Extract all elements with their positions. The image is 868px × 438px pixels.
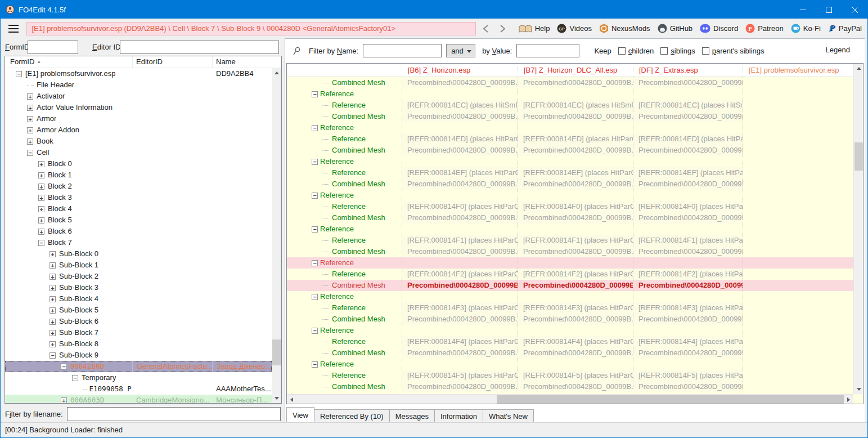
conflict-value-cell[interactable] — [743, 325, 853, 336]
expand-icon[interactable]: + — [50, 319, 56, 325]
expand-icon[interactable]: + — [50, 285, 56, 291]
conflict-row[interactable]: −Reference — [287, 224, 853, 235]
tree-row[interactable]: +Armor Addon — [5, 124, 272, 136]
collapse-icon[interactable]: − — [72, 375, 78, 381]
children-checkbox[interactable] — [618, 47, 626, 55]
filter-value-input[interactable] — [516, 44, 579, 57]
table-vertical-scrollbar[interactable] — [853, 64, 863, 394]
scrollbar-thumb[interactable] — [272, 339, 281, 365]
conflict-value-cell[interactable] — [402, 156, 518, 167]
conflict-value-cell[interactable] — [743, 314, 853, 325]
conflict-value-cell[interactable]: [REFR:000814F4] (places HitParC... — [633, 336, 743, 347]
close-button[interactable] — [842, 1, 867, 19]
conflict-value-cell[interactable] — [743, 201, 853, 212]
paypal-link[interactable]: PP PayPal — [828, 24, 862, 33]
tree-row[interactable]: +Sub-Block 3 — [5, 282, 272, 293]
keep-parents-siblings-option[interactable]: parent's siblings — [702, 47, 764, 55]
conflict-value-cell[interactable]: Precombined\0004280D_00099B... — [518, 178, 633, 190]
expand-icon[interactable]: + — [38, 229, 44, 235]
conflict-row[interactable]: Reference[REFR:000814EC] (places HitSmR.… — [287, 100, 853, 111]
expand-icon[interactable]: + — [27, 116, 33, 122]
tree-row[interactable]: E1099058 Placed ObjectAAAMotherTes... — [5, 383, 272, 395]
conflict-value-cell[interactable]: Precombined\0004280D_00099B... — [633, 381, 743, 392]
conflict-value-cell[interactable] — [743, 280, 853, 291]
conflict-row[interactable]: Combined MeshPrecombined\0004280D_00099B… — [287, 347, 853, 359]
conflict-value-cell[interactable]: [REFR:000814EC] (places HitSmR... — [633, 100, 743, 111]
conflict-row[interactable]: Combined MeshPrecombined\0004280D_00099B… — [287, 280, 853, 291]
conflict-value-cell[interactable]: Precombined\0004280D_00099B... — [633, 246, 743, 257]
conflict-value-cell[interactable] — [633, 122, 743, 133]
tree-row[interactable]: −Cell — [5, 147, 272, 158]
conflict-value-cell[interactable] — [743, 370, 853, 381]
expand-icon[interactable]: + — [27, 127, 33, 133]
conflict-value-cell[interactable] — [743, 100, 853, 111]
conflict-value-cell[interactable] — [743, 88, 853, 100]
tree-row[interactable]: +Block 6 — [5, 226, 272, 237]
conflict-value-cell[interactable]: [REFR:000814F4] (places HitParC... — [518, 336, 633, 347]
tree-row[interactable]: +Sub-Block 4 — [5, 293, 272, 305]
tree-row[interactable]: −Temporary — [5, 372, 272, 383]
expand-icon[interactable]: + — [50, 296, 56, 302]
conflict-value-cell[interactable]: Precombined\0004280D_00099B... — [518, 381, 633, 392]
conflict-value-cell[interactable] — [633, 88, 743, 100]
conflict-value-cell[interactable] — [518, 257, 633, 269]
conflict-value-cell[interactable]: [REFR:000814F1] (places HitParC... — [518, 235, 633, 246]
expand-icon[interactable]: + — [38, 161, 44, 167]
column-header[interactable] — [287, 64, 402, 77]
discord-link[interactable]: Discord — [700, 24, 738, 33]
conflict-value-cell[interactable] — [743, 359, 853, 370]
conflict-value-cell[interactable] — [743, 336, 853, 347]
parents-siblings-checkbox[interactable] — [702, 47, 709, 55]
column-header[interactable]: [B7] Z_Horizon_DLC_All.esp — [518, 64, 633, 77]
expand-icon[interactable]: + — [27, 105, 33, 111]
keep-children-option[interactable]: children — [618, 47, 654, 55]
conflict-value-cell[interactable]: Precombined\0004280D_00099B... — [402, 246, 518, 257]
collapse-icon[interactable]: − — [61, 364, 67, 370]
scroll-down-icon[interactable] — [272, 394, 281, 403]
conflict-value-cell[interactable] — [402, 257, 518, 269]
patreon-link[interactable]: P Patreon — [745, 24, 784, 33]
conflict-row[interactable]: −Reference — [287, 359, 853, 370]
conflict-value-cell[interactable]: Precombined\0004280D_00099B... — [633, 77, 743, 88]
tree-header-formid[interactable]: FormID▲ — [5, 56, 132, 68]
tab-information[interactable]: Information — [434, 409, 483, 422]
collapse-icon[interactable]: − — [312, 159, 318, 165]
conflict-value-cell[interactable] — [743, 167, 853, 178]
conflict-value-cell[interactable] — [743, 347, 853, 359]
conflict-row[interactable]: Combined MeshPrecombined\0004280D_00099B… — [287, 381, 853, 392]
expand-icon[interactable]: + — [38, 206, 44, 212]
menu-icon[interactable] — [8, 25, 19, 33]
conflict-row[interactable]: −Reference — [287, 156, 853, 167]
conflict-value-cell[interactable] — [402, 190, 518, 201]
column-header[interactable]: [E1] problemsofsurvivor.esp — [743, 64, 853, 77]
conflict-value-cell[interactable]: Precombined\0004280D_00099B... — [518, 77, 633, 88]
nexusmods-link[interactable]: NexusMods — [599, 24, 650, 33]
collapse-icon[interactable]: − — [312, 226, 318, 233]
conflict-value-cell[interactable]: [REFR:000814F2] (places HitParC... — [633, 269, 743, 280]
conflict-value-cell[interactable] — [518, 224, 633, 235]
conflict-value-cell[interactable] — [518, 190, 633, 201]
tree-row[interactable]: +Book — [5, 136, 272, 147]
conflict-value-cell[interactable]: Precombined\0004280D_00099B... — [518, 145, 633, 156]
tab-what-s-new[interactable]: What's New — [483, 409, 534, 422]
conflict-value-cell[interactable] — [743, 257, 853, 269]
tree-row[interactable]: +Sub-Block 7 — [5, 327, 272, 338]
conflict-value-cell[interactable] — [743, 246, 853, 257]
expand-icon[interactable]: + — [27, 138, 33, 145]
conflict-value-cell[interactable] — [743, 133, 853, 145]
conflict-row[interactable]: Reference[REFR:000814F5] (places HitParC… — [287, 370, 853, 381]
conflict-value-cell[interactable] — [743, 156, 853, 167]
minimize-button[interactable] — [790, 1, 816, 19]
tree-row[interactable]: +Block 0 — [5, 158, 272, 169]
conflict-value-cell[interactable] — [743, 381, 853, 392]
tree-vertical-scrollbar[interactable] — [272, 68, 281, 403]
back-button[interactable] — [479, 22, 493, 35]
tab-referenced-by-10-[interactable]: Referenced By (10) — [314, 409, 390, 422]
conflict-value-cell[interactable]: [REFR:000814F0] (places HitParC... — [518, 201, 633, 212]
conflict-value-cell[interactable] — [743, 235, 853, 246]
expand-icon[interactable]: + — [38, 184, 44, 190]
conflict-value-cell[interactable]: [REFR:000814F1] (places HitParC... — [633, 235, 743, 246]
conflict-value-cell[interactable]: [REFR:000814F2] (places HitParC... — [518, 269, 633, 280]
tree-row[interactable]: −0004280DGeneralAtomicsFacto...Завод Дже… — [5, 361, 272, 372]
conflict-value-cell[interactable]: Precombined\0004280D_00099B... — [402, 111, 518, 122]
